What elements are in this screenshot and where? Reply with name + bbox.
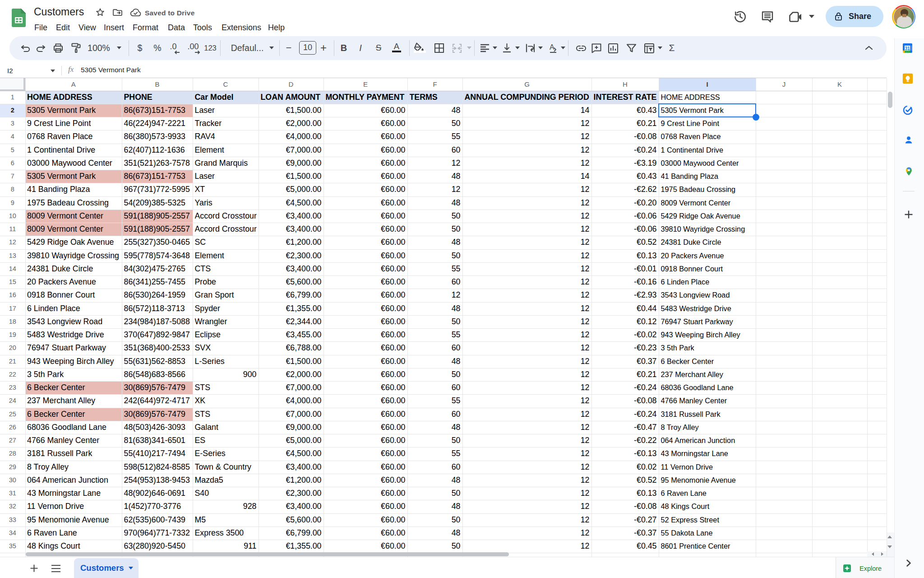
svg-text:A: A bbox=[550, 43, 554, 51]
svg-text:31: 31 bbox=[905, 46, 910, 51]
